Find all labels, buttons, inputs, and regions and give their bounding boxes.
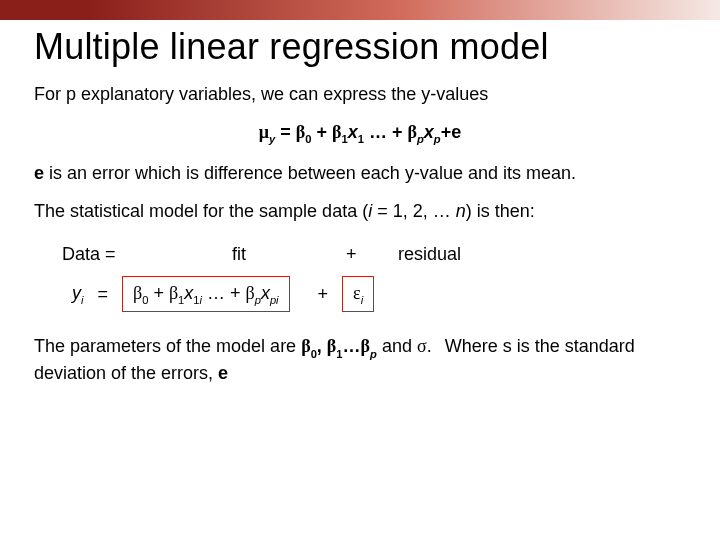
label-data: Data = (62, 242, 132, 266)
data-fit-residual-labels: Data = fit + residual (62, 242, 686, 266)
statistical-model-intro: The statistical model for the sample dat… (34, 199, 686, 223)
residual-box: εi (342, 276, 374, 313)
label-fit: fit (154, 242, 324, 266)
top-bar (0, 0, 720, 20)
label-plus: + (346, 242, 376, 266)
parameters-text: The parameters of the model are β0, β1…β… (34, 334, 686, 385)
slide-body: For p explanatory variables, we can expr… (34, 82, 686, 385)
slide: Multiple linear regression model For p e… (0, 0, 720, 540)
error-definition: e is an error which is difference betwee… (34, 161, 686, 185)
label-residual: residual (398, 242, 461, 266)
plus-sign: + (318, 282, 329, 306)
sample-equation: yi = β0 + β1x1i … + βpxpi + εi (72, 276, 686, 313)
yi: yi (72, 281, 83, 308)
intro-text: For p explanatory variables, we can expr… (34, 82, 686, 106)
equals-sign: = (97, 282, 108, 306)
population-equation: μy = β0 + β1x1 … + βpxp+e (34, 120, 686, 147)
slide-title: Multiple linear regression model (34, 26, 720, 68)
fit-box: β0 + β1x1i … + βpxpi (122, 276, 290, 313)
